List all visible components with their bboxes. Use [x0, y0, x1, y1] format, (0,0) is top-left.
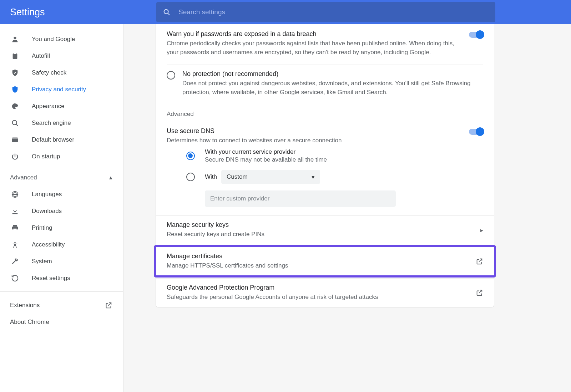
advanced-label: Advanced	[10, 174, 37, 181]
page-title: Settings	[10, 7, 45, 18]
nav-system[interactable]: System	[0, 253, 123, 270]
svg-line-1	[168, 13, 170, 15]
shield-icon	[10, 86, 20, 93]
secure-dns-desc: Determines how to connect to websites ov…	[167, 136, 462, 145]
nav-extensions[interactable]: Extensions	[0, 297, 123, 314]
search-icon	[10, 119, 20, 127]
svg-rect-4	[14, 52, 16, 54]
custom-dns-select[interactable]: Custom ▾	[221, 170, 320, 184]
search-bar[interactable]	[156, 2, 495, 22]
nav-label: Autofill	[32, 52, 50, 60]
clipboard-icon	[10, 52, 20, 60]
nav-label: Safety check	[32, 69, 66, 76]
search-icon	[163, 8, 171, 16]
no-protection-desc: Does not protect you against dangerous w…	[182, 79, 483, 97]
breach-title: Warn you if passwords are exposed in a d…	[167, 30, 462, 38]
radio-no-protection[interactable]	[167, 71, 175, 80]
chevron-right-icon: ▸	[480, 227, 483, 234]
header: Settings	[0, 0, 571, 24]
settings-card: Warn you if passwords are exposed in a d…	[156, 24, 494, 307]
row-breach-warning: Warn you if passwords are exposed in a d…	[156, 24, 494, 65]
launch-icon	[475, 289, 483, 297]
nav-about-chrome[interactable]: About Chrome	[0, 314, 123, 330]
select-value: Custom	[227, 173, 248, 180]
sidebar: You and Google Autofill Safety check Pri…	[0, 24, 123, 392]
nav-advanced-toggle[interactable]: Advanced ▴	[0, 169, 123, 186]
nav-reset-settings[interactable]: Reset settings	[0, 270, 123, 286]
row-no-protection[interactable]: No protection (not recommended) Does not…	[156, 65, 494, 100]
certificates-title: Manage certificates	[167, 253, 475, 260]
nav-on-startup[interactable]: On startup	[0, 148, 123, 165]
row-advanced-protection[interactable]: Google Advanced Protection Program Safeg…	[156, 278, 494, 307]
section-secure-dns: Use secure DNS Determines how to connect…	[156, 123, 494, 216]
about-label: About Chrome	[10, 319, 49, 326]
launch-icon	[105, 301, 112, 309]
launch-icon	[475, 258, 483, 265]
opt1-sub: Secure DNS may not be available all the …	[205, 156, 327, 163]
shield-check-icon	[10, 69, 20, 77]
nav-label: On startup	[32, 153, 60, 160]
nav-you-and-google[interactable]: You and Google	[0, 31, 123, 47]
advanced-heading: Advanced	[156, 103, 494, 123]
nav-label: Reset settings	[32, 275, 70, 282]
nav-label: Printing	[32, 224, 52, 231]
nav-label: Privacy and security	[32, 86, 86, 93]
nav-label: Downloads	[32, 208, 62, 215]
extensions-label: Extensions	[10, 302, 40, 309]
row-manage-security-keys[interactable]: Manage security keys Reset security keys…	[156, 215, 494, 244]
adv-protection-title: Google Advanced Protection Program	[167, 284, 475, 291]
security-keys-desc: Reset security keys and create PINs	[167, 230, 480, 239]
custom-dns-input[interactable]	[205, 190, 396, 207]
nav-default-browser[interactable]: Default browser	[0, 131, 123, 148]
svg-point-2	[14, 36, 16, 39]
globe-icon	[10, 190, 20, 198]
opt2-label: With	[205, 173, 217, 180]
opt1-title: With your current service provider	[205, 148, 327, 156]
nav-printing[interactable]: Printing	[0, 219, 123, 236]
svg-point-5	[12, 120, 17, 124]
svg-rect-10	[12, 213, 18, 214]
svg-rect-8	[12, 137, 18, 139]
secure-dns-toggle[interactable]	[469, 129, 483, 135]
nav-label: Accessibility	[32, 241, 65, 248]
dns-opt-custom[interactable]: With Custom ▾	[186, 170, 483, 184]
nav-autofill[interactable]: Autofill	[0, 47, 123, 64]
nav-search-engine[interactable]: Search engine	[0, 114, 123, 131]
nav-appearance[interactable]: Appearance	[0, 98, 123, 114]
breach-toggle[interactable]	[469, 32, 483, 38]
nav-downloads[interactable]: Downloads	[0, 203, 123, 219]
radio-current-provider[interactable]	[186, 152, 195, 160]
svg-rect-3	[13, 53, 17, 59]
wrench-icon	[10, 258, 20, 265]
nav-accessibility[interactable]: Accessibility	[0, 236, 123, 253]
secure-dns-title: Use secure DNS	[167, 127, 462, 135]
adv-protection-desc: Safeguards the personal Google Accounts …	[167, 293, 475, 302]
download-icon	[10, 207, 20, 215]
nav-label: Appearance	[32, 103, 65, 110]
person-icon	[10, 35, 20, 43]
highlighted-row: Manage certificates Manage HTTPS/SSL cer…	[154, 245, 496, 278]
nav-languages[interactable]: Languages	[0, 186, 123, 203]
search-input[interactable]	[178, 8, 489, 16]
svg-rect-11	[13, 225, 17, 226]
nav-label: System	[32, 258, 52, 265]
nav-safety-check[interactable]: Safety check	[0, 64, 123, 81]
accessibility-icon	[10, 241, 20, 249]
content-area: Warn you if passwords are exposed in a d…	[123, 24, 571, 392]
svg-point-0	[164, 10, 168, 14]
nav-privacy-security[interactable]: Privacy and security	[0, 81, 123, 98]
row-manage-certificates[interactable]: Manage certificates Manage HTTPS/SSL cer…	[156, 247, 494, 276]
breach-desc: Chrome periodically checks your password…	[167, 39, 462, 57]
radio-custom-provider[interactable]	[186, 173, 195, 181]
browser-icon	[10, 136, 20, 144]
dns-opt-current-provider[interactable]: With your current service provider Secur…	[186, 148, 483, 163]
restore-icon	[10, 274, 20, 282]
divider	[0, 291, 123, 292]
svg-point-14	[14, 241, 16, 243]
no-protection-title: No protection (not recommended)	[182, 70, 483, 78]
nav-label: Languages	[32, 191, 62, 198]
nav-label: You and Google	[32, 36, 75, 43]
palette-icon	[10, 102, 20, 110]
chevron-up-icon: ▴	[109, 174, 112, 181]
svg-rect-13	[13, 228, 16, 230]
